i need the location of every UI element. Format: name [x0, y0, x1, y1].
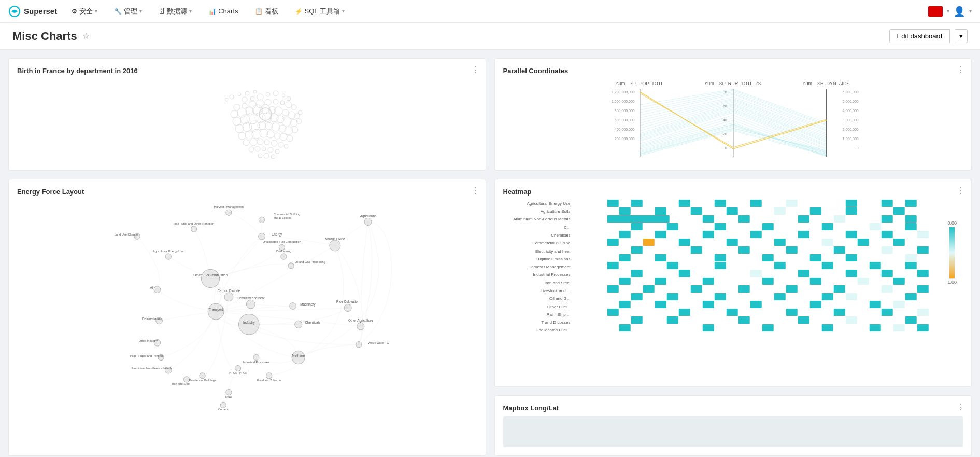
svg-rect-273	[607, 309, 618, 316]
top-row: Birth in France by department in 2016 ⋮	[8, 58, 972, 171]
svg-point-62	[257, 139, 263, 145]
user-icon[interactable]: 👤	[954, 6, 965, 17]
svg-rect-197	[821, 223, 833, 230]
svg-text:400,000,000: 400,000,000	[614, 128, 634, 131]
svg-point-127	[224, 293, 233, 301]
svg-rect-259	[631, 293, 642, 300]
svg-rect-208	[607, 239, 618, 246]
svg-rect-255	[786, 285, 797, 293]
svg-point-159	[292, 351, 305, 364]
svg-rect-227	[809, 254, 821, 261]
svg-rect-287	[702, 324, 714, 331]
svg-rect-236	[905, 262, 916, 269]
parallel-coords-menu-button[interactable]: ⋮	[957, 65, 965, 75]
svg-rect-271	[869, 301, 880, 308]
svg-rect-207	[917, 231, 928, 238]
heatmap-menu-button[interactable]: ⋮	[957, 186, 965, 196]
svg-rect-185	[893, 207, 904, 215]
svg-text:Cement: Cement	[218, 408, 229, 411]
svg-rect-211	[726, 239, 737, 246]
svg-rect-229	[905, 254, 916, 261]
svg-text:Methane: Methane	[292, 354, 305, 357]
navbar-item-manage[interactable]: 🔧 管理 ▾	[112, 0, 144, 23]
svg-point-137	[295, 321, 302, 328]
heatmap-legend: 0.00 1.00	[947, 220, 957, 285]
lang-caret[interactable]: ▾	[947, 8, 949, 14]
svg-text:6,000,000: 6,000,000	[842, 90, 858, 94]
energy-force-menu-button[interactable]: ⋮	[471, 186, 479, 196]
svg-point-11	[282, 94, 285, 97]
svg-point-4	[245, 91, 249, 95]
svg-point-63	[264, 140, 269, 145]
svg-rect-216	[631, 246, 642, 254]
favorite-star-icon[interactable]: ☆	[82, 31, 90, 41]
navbar-item-sql[interactable]: ⚡ SQL 工具箱 ▾	[293, 0, 347, 23]
svg-rect-217	[690, 246, 702, 254]
svg-rect-214	[857, 239, 869, 246]
svg-point-119	[281, 254, 287, 259]
svg-rect-260	[666, 293, 678, 300]
mapbox-title: Mapbox Long/Lat	[503, 404, 963, 412]
svg-point-8	[257, 94, 263, 100]
edit-dashboard-dropdown-button[interactable]: ▾	[955, 29, 968, 43]
navbar-item-board[interactable]: 📋 看板	[253, 0, 280, 23]
svg-rect-285	[905, 316, 916, 324]
svg-rect-212	[774, 239, 785, 246]
svg-text:Road: Road	[225, 395, 233, 398]
birth-france-menu-button[interactable]: ⋮	[471, 65, 479, 75]
svg-point-125	[201, 269, 219, 287]
svg-text:Pulp - Paper and Printing: Pulp - Paper and Printing	[130, 354, 163, 357]
user-caret[interactable]: ▾	[969, 8, 972, 14]
svg-point-71	[275, 149, 279, 154]
right-column: Heatmap ⋮ Agricultural Energy Use Agricu…	[494, 179, 972, 456]
mapbox-panel: Mapbox Long/Lat ⋮	[494, 395, 972, 456]
security-label: 安全	[79, 7, 93, 16]
mapbox-menu-button[interactable]: ⋮	[957, 402, 965, 412]
heatmap-y-label: Livestock and ...	[503, 288, 571, 294]
edit-dashboard-button[interactable]: Edit dashboard	[889, 29, 950, 43]
svg-rect-247	[762, 278, 773, 285]
svg-rect-239	[750, 270, 761, 277]
svg-point-131	[246, 300, 255, 309]
svg-text:sum__SP_RUR_TOTL_ZS: sum__SP_RUR_TOTL_ZS	[705, 81, 761, 86]
svg-rect-230	[607, 262, 618, 269]
svg-rect-196	[762, 223, 773, 230]
svg-text:200,000,000: 200,000,000	[614, 137, 634, 141]
language-flag[interactable]	[928, 6, 943, 17]
navbar-item-datasource[interactable]: 🗄 数据源 ▾	[157, 0, 194, 23]
svg-rect-277	[833, 309, 845, 316]
heatmap-x-labels: Agricultural Energy Use Agriculture Soil…	[573, 337, 948, 378]
svg-point-58	[280, 133, 287, 141]
svg-text:Residential Buildings: Residential Buildings	[189, 379, 216, 382]
navbar-item-charts[interactable]: 📊 Charts	[206, 0, 240, 23]
svg-text:Other Agriculture: Other Agriculture	[348, 318, 373, 323]
svg-rect-240	[798, 270, 809, 277]
svg-point-50	[285, 127, 293, 135]
logo[interactable]: Superset	[8, 5, 57, 18]
svg-point-67	[249, 147, 254, 152]
svg-rect-233	[774, 262, 785, 269]
svg-rect-288	[762, 324, 773, 331]
france-map-svg	[112, 79, 382, 162]
svg-rect-231	[666, 262, 678, 269]
heatmap-y-label: Oil and G...	[503, 296, 571, 301]
svg-text:Unallocated Fuel Combustion: Unallocated Fuel Combustion	[263, 240, 301, 243]
svg-rect-257	[881, 285, 892, 293]
svg-rect-215	[893, 239, 904, 246]
svg-rect-189	[798, 215, 809, 223]
svg-rect-241	[845, 270, 857, 277]
svg-rect-268	[702, 301, 714, 308]
heatmap-y-label: Fugitive Emissions	[503, 257, 571, 262]
svg-point-52	[238, 132, 246, 140]
svg-rect-232	[714, 262, 726, 269]
svg-text:Industrial Processes: Industrial Processes	[243, 361, 269, 364]
svg-point-19	[280, 101, 285, 105]
heatmap-x-labels-svg: Agricultural Energy Use Agriculture Soil…	[573, 337, 948, 378]
navbar-item-security[interactable]: ⚙ 安全 ▾	[69, 0, 100, 23]
svg-text:1,000,000: 1,000,000	[842, 137, 858, 141]
svg-rect-258	[917, 285, 928, 293]
sql-label: SQL 工具箱	[305, 7, 340, 16]
svg-rect-225	[714, 254, 726, 261]
svg-point-1	[225, 98, 228, 101]
heatmap-y-label: Chemicals	[503, 233, 571, 238]
